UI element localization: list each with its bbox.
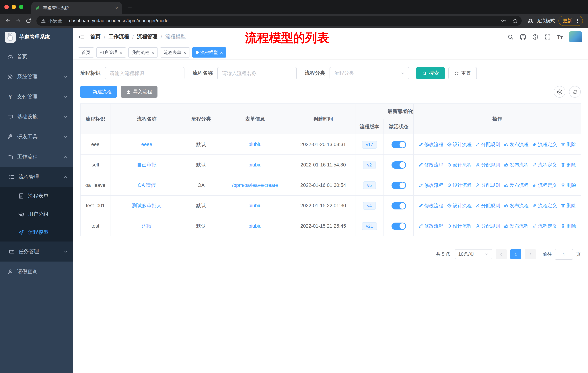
sidebar-item-process-model[interactable]: 流程模型 xyxy=(0,223,73,242)
active-toggle[interactable] xyxy=(391,181,406,189)
browser-tab[interactable]: 芋道管理系统 × xyxy=(31,2,122,14)
new-tab-button[interactable] xyxy=(125,2,135,12)
breadcrumb-workflow[interactable]: 工作流程 xyxy=(109,33,129,40)
search-button[interactable]: 搜索 xyxy=(416,67,445,80)
address-bar[interactable]: 不安全 dashboard.yudao.iocoder.cn/bpm/manag… xyxy=(36,16,522,26)
flow-definition-link[interactable]: 流程定义 xyxy=(532,202,557,209)
active-toggle[interactable] xyxy=(391,161,406,169)
assign-rule-link[interactable]: 分配规则 xyxy=(475,141,500,148)
process-name-link[interactable]: 自己审批 xyxy=(137,162,157,167)
tag-tenant-mgmt[interactable]: 租户管理 × xyxy=(96,47,126,58)
password-key-icon[interactable] xyxy=(501,18,507,24)
form-info-link[interactable]: biubiu xyxy=(248,203,262,208)
active-toggle[interactable] xyxy=(391,202,406,209)
page-size-select[interactable]: 10条/页 xyxy=(455,249,492,259)
delete-link[interactable]: 删除 xyxy=(561,161,576,168)
sidebar-item-infra[interactable]: 基础设施 xyxy=(0,107,73,127)
tag-home[interactable]: 首页 xyxy=(78,47,94,58)
flow-definition-link[interactable]: 流程定义 xyxy=(532,182,557,189)
process-key-input[interactable] xyxy=(105,67,184,80)
design-flow-link[interactable]: 设计流程 xyxy=(447,223,472,229)
sidebar-item-user-group[interactable]: 用户分组 xyxy=(0,205,73,223)
modify-flow-link[interactable]: 修改流程 xyxy=(419,161,443,168)
process-name-link[interactable]: OA 请假 xyxy=(138,182,156,188)
sidebar-item-devtools[interactable]: 研发工具 xyxy=(0,127,73,147)
assign-rule-link[interactable]: 分配规则 xyxy=(475,161,500,168)
tag-process-model[interactable]: 流程模型 × xyxy=(192,47,227,58)
github-icon[interactable] xyxy=(520,34,526,40)
assign-rule-link[interactable]: 分配规则 xyxy=(475,182,500,189)
modify-flow-link[interactable]: 修改流程 xyxy=(419,202,443,209)
goto-page-input[interactable] xyxy=(555,249,573,260)
close-icon[interactable]: × xyxy=(151,50,154,55)
process-name-link[interactable]: 测试多审批人 xyxy=(132,203,161,208)
tag-process-form[interactable]: 流程表单 × xyxy=(160,47,190,58)
assign-rule-link[interactable]: 分配规则 xyxy=(475,223,500,229)
close-window-button[interactable] xyxy=(4,5,9,9)
close-icon[interactable]: × xyxy=(220,50,223,55)
sidebar-item-system[interactable]: 系统管理 xyxy=(0,67,73,87)
import-flow-button[interactable]: 导入流程 xyxy=(121,86,158,98)
delete-link[interactable]: 删除 xyxy=(561,223,576,229)
app-logo[interactable]: 芋道管理系统 xyxy=(0,28,73,47)
assign-rule-link[interactable]: 分配规则 xyxy=(475,202,500,209)
sidebar-item-process-form[interactable]: 流程表单 xyxy=(0,187,73,205)
flow-definition-link[interactable]: 流程定义 xyxy=(532,223,557,229)
process-category-select[interactable]: 流程分类 xyxy=(330,67,409,80)
sidebar-collapse-icon[interactable] xyxy=(78,33,85,40)
design-flow-link[interactable]: 设计流程 xyxy=(447,202,472,209)
sidebar-item-payment[interactable]: ¥ 支付管理 xyxy=(0,87,73,107)
sidebar-item-home[interactable]: 首页 xyxy=(0,47,73,67)
publish-flow-link[interactable]: 发布流程 xyxy=(504,202,529,209)
kebab-menu-icon[interactable]: ⋮ xyxy=(575,18,580,24)
next-page-button[interactable] xyxy=(525,249,536,259)
form-info-link[interactable]: biubiu xyxy=(248,223,262,229)
process-name-input[interactable] xyxy=(217,67,297,80)
modify-flow-link[interactable]: 修改流程 xyxy=(419,223,443,229)
form-info-link[interactable]: /bpm/oa/leave/create xyxy=(232,182,278,188)
create-flow-button[interactable]: 新建流程 xyxy=(80,86,117,98)
design-flow-link[interactable]: 设计流程 xyxy=(447,141,472,148)
search-icon[interactable] xyxy=(507,34,514,40)
form-info-link[interactable]: biubiu xyxy=(248,162,262,168)
close-icon[interactable]: × xyxy=(120,50,122,55)
help-icon[interactable] xyxy=(532,34,538,40)
publish-flow-link[interactable]: 发布流程 xyxy=(504,161,529,168)
refresh-table-button[interactable] xyxy=(569,86,581,98)
flow-definition-link[interactable]: 流程定义 xyxy=(532,161,557,168)
delete-link[interactable]: 删除 xyxy=(561,182,576,189)
delete-link[interactable]: 删除 xyxy=(561,141,576,148)
active-toggle[interactable] xyxy=(391,222,406,230)
breadcrumb-home[interactable]: 首页 xyxy=(90,33,101,40)
tab-close-icon[interactable]: × xyxy=(115,5,118,10)
close-icon[interactable]: × xyxy=(183,50,186,55)
delete-link[interactable]: 删除 xyxy=(561,202,576,209)
form-info-link[interactable]: biubiu xyxy=(248,142,262,147)
forward-button[interactable] xyxy=(13,16,23,26)
design-flow-link[interactable]: 设计流程 xyxy=(447,182,472,189)
publish-flow-link[interactable]: 发布流程 xyxy=(504,223,529,229)
back-button[interactable] xyxy=(3,16,13,26)
publish-flow-link[interactable]: 发布流程 xyxy=(504,141,529,148)
process-name-link[interactable]: 滔博 xyxy=(142,223,152,229)
breadcrumb-process-mgmt[interactable]: 流程管理 xyxy=(137,33,158,40)
fullscreen-icon[interactable] xyxy=(545,34,551,40)
modify-flow-link[interactable]: 修改流程 xyxy=(419,182,443,189)
page-number-1[interactable]: 1 xyxy=(510,249,521,259)
prev-page-button[interactable] xyxy=(496,249,507,259)
user-avatar[interactable] xyxy=(569,31,582,42)
browser-update-chip[interactable]: 更新 ⋮ xyxy=(558,16,583,26)
design-flow-link[interactable]: 设计流程 xyxy=(447,161,472,168)
modify-flow-link[interactable]: 修改流程 xyxy=(419,141,443,148)
sidebar-item-leave-query[interactable]: 请假查询 xyxy=(0,262,73,282)
flow-definition-link[interactable]: 流程定义 xyxy=(532,141,557,148)
bookmark-star-icon[interactable] xyxy=(512,18,518,24)
reload-button[interactable] xyxy=(23,16,33,26)
minimize-window-button[interactable] xyxy=(12,5,16,9)
font-size-icon[interactable]: TT xyxy=(557,34,563,40)
sidebar-item-process-mgmt[interactable]: 流程管理 xyxy=(0,167,73,187)
sidebar-item-task-mgmt[interactable]: 任务管理 xyxy=(0,242,73,262)
tag-my-flows[interactable]: 我的流程 × xyxy=(128,47,158,58)
toggle-search-button[interactable] xyxy=(554,86,565,98)
publish-flow-link[interactable]: 发布流程 xyxy=(504,182,529,189)
